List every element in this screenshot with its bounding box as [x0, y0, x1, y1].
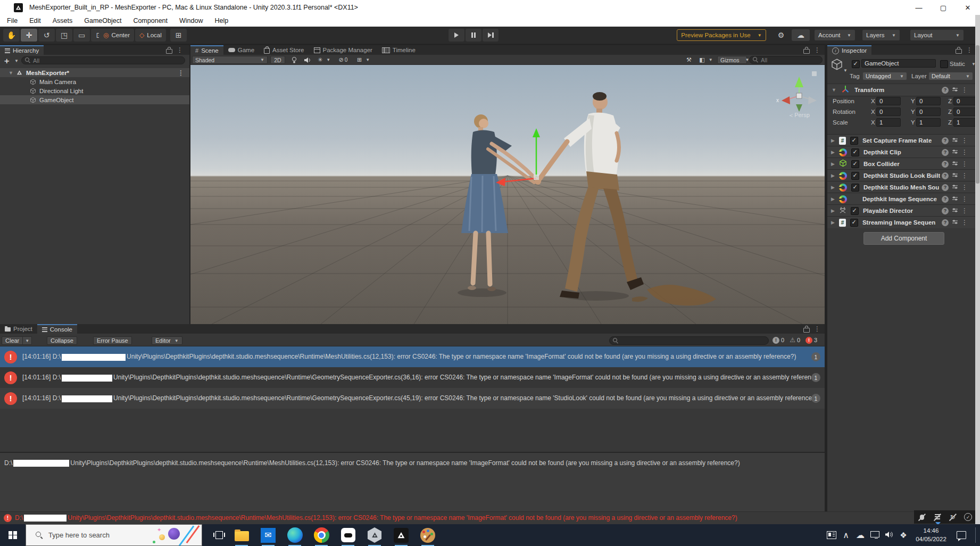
transform-scale-z-field[interactable]: 1: [953, 118, 978, 127]
enabled-checkbox[interactable]: [851, 207, 859, 215]
menu-item-component[interactable]: Component: [127, 17, 173, 24]
component-playable-director[interactable]: ▶Playable Director?⋮: [827, 204, 975, 217]
status-error-text[interactable]: D:\Unity\Plugins\DepthkitPlugins\depthki…: [15, 514, 898, 522]
scene-viewport[interactable]: x ≺ Persp: [190, 65, 825, 324]
component-streaming-image-sequen[interactable]: ▶#Streaming Image Sequen?⋮: [827, 216, 975, 228]
hierarchy-search-input[interactable]: All: [21, 56, 185, 64]
help-icon[interactable]: ?: [942, 208, 949, 214]
transform-position-z-field[interactable]: 0: [953, 97, 978, 105]
active-checkbox[interactable]: [852, 60, 860, 68]
static-checkbox[interactable]: [940, 60, 948, 68]
orientation-gizmo[interactable]: x ≺ Persp: [774, 65, 825, 123]
rect-tool-button[interactable]: ▭: [73, 29, 90, 42]
scene-grid-settings-dropdown[interactable]: ⊞▼: [354, 56, 373, 64]
tab-asset-store[interactable]: Asset Store: [259, 45, 309, 55]
hierarchy-item-directional-light[interactable]: Directional Light: [0, 86, 189, 95]
transform-scale-x-field[interactable]: 1: [876, 118, 901, 127]
menu-item-file[interactable]: File: [1, 17, 23, 24]
collapse-button[interactable]: Collapse: [47, 336, 77, 345]
edge-taskbar-button[interactable]: [286, 524, 304, 546]
status-bar[interactable]: ! D:\Unity\Plugins\DepthkitPlugins\depth…: [0, 511, 980, 524]
hierarchy-item-main-camera[interactable]: Main Camera: [0, 77, 189, 86]
minimize-button[interactable]: —: [907, 0, 931, 15]
layers-dropdown[interactable]: Layers▼: [862, 29, 900, 41]
transform-position-y-field[interactable]: 0: [916, 97, 941, 105]
console-error-row[interactable]: ![14:01:16] D:\Unity\Plugins\DepthkitPlu…: [0, 367, 825, 388]
panel-menu-icon[interactable]: ⋮: [966, 47, 973, 53]
component-menu-icon[interactable]: ⋮: [961, 208, 968, 214]
tab-timeline[interactable]: Timeline: [377, 45, 420, 55]
cloud-icon[interactable]: ☁: [792, 29, 810, 41]
component-menu-icon[interactable]: ⋮: [961, 219, 968, 226]
presets-icon[interactable]: [952, 85, 958, 95]
tool-settings-icon[interactable]: ⚒: [683, 56, 695, 64]
expander-icon[interactable]: ▶: [831, 208, 835, 213]
enabled-checkbox[interactable]: [851, 148, 859, 156]
help-icon[interactable]: ?: [942, 137, 949, 144]
add-object-button[interactable]: ＋▼: [3, 56, 19, 66]
component-box-collider[interactable]: ▶Box Collider?⋮: [827, 158, 975, 170]
presets-icon[interactable]: [952, 159, 958, 169]
action-center-button[interactable]: [952, 524, 970, 546]
help-icon[interactable]: ?: [942, 184, 949, 191]
services-activity-icon[interactable]: ⚙: [774, 29, 788, 41]
scrollbar-thumb[interactable]: [976, 45, 979, 184]
console-error-row[interactable]: ![14:01:16] D:\Unity\Plugins\DepthkitPlu…: [0, 388, 825, 409]
onedrive-tray-button[interactable]: ☁: [853, 524, 867, 546]
help-icon[interactable]: ?: [942, 196, 949, 203]
presets-icon[interactable]: [952, 183, 958, 192]
tab-scene[interactable]: #Scene: [190, 45, 223, 55]
component-depthkit-studio-look-built[interactable]: ▶Depthkit Studio Look Built?⋮: [827, 169, 975, 181]
clear-button[interactable]: Clear: [2, 336, 23, 345]
capture-app-taskbar-button[interactable]: [339, 524, 357, 546]
tab-hierarchy[interactable]: Hierarchy: [0, 45, 44, 55]
help-icon[interactable]: ?: [942, 172, 949, 179]
layer-dropdown[interactable]: Default▼: [928, 72, 973, 80]
taskbar-search-input[interactable]: Type here to search ✦: [26, 524, 202, 546]
tag-dropdown[interactable]: Untagged▼: [862, 72, 907, 80]
transform-rotation-x-field[interactable]: 0: [876, 107, 901, 116]
object-name-field[interactable]: GameObject: [861, 59, 936, 68]
component-menu-icon[interactable]: ⋮: [961, 137, 968, 144]
scene-lighting-icon[interactable]: [289, 56, 300, 64]
ok-status-icon[interactable]: ✓: [964, 513, 973, 522]
chevron-up-tray-button[interactable]: ∧: [839, 524, 853, 546]
scene-menu-icon[interactable]: ⋮: [178, 70, 184, 76]
lock-icon[interactable]: [803, 49, 810, 54]
rotate-tool-button[interactable]: ↺: [38, 29, 55, 42]
console-search-input[interactable]: [609, 336, 769, 345]
hand-tool-button[interactable]: ✋: [3, 29, 20, 42]
panel-menu-icon[interactable]: ⋮: [814, 47, 820, 53]
enabled-checkbox[interactable]: [850, 137, 858, 145]
panel-menu-icon[interactable]: ⋮: [814, 326, 820, 332]
help-icon[interactable]: ?: [942, 161, 949, 168]
lock-icon[interactable]: [166, 49, 172, 54]
scene-audio-icon[interactable]: [302, 56, 313, 64]
start-button[interactable]: [0, 524, 26, 546]
news-tray-button[interactable]: [825, 524, 838, 546]
gizmos-dropdown[interactable]: Gizmos▼: [717, 56, 747, 64]
shading-mode-dropdown[interactable]: Shaded▼: [192, 56, 268, 64]
task-view-button[interactable]: [210, 524, 228, 546]
expander-icon[interactable]: ▶: [831, 138, 835, 143]
tab-console[interactable]: Console: [37, 324, 77, 334]
pivot-local-button[interactable]: ◇Local: [135, 29, 166, 42]
transform-component-header[interactable]: ▼ Transform ?⋮: [827, 84, 975, 96]
network-tray-button[interactable]: [868, 524, 882, 546]
transform-scale-y-field[interactable]: 1: [916, 118, 941, 127]
lock-icon[interactable]: [956, 49, 962, 54]
presets-icon[interactable]: [952, 171, 958, 180]
enabled-checkbox[interactable]: [851, 172, 859, 180]
enabled-checkbox[interactable]: [851, 184, 859, 192]
component-menu-icon[interactable]: ⋮: [961, 161, 968, 167]
menu-item-edit[interactable]: Edit: [23, 17, 47, 24]
add-component-button[interactable]: Add Component: [863, 232, 944, 245]
error-count[interactable]: !3: [805, 337, 817, 344]
layout-dropdown[interactable]: Layout▼: [910, 29, 964, 41]
menu-item-assets[interactable]: Assets: [47, 17, 79, 24]
tab-package-manager[interactable]: Package Manager: [309, 45, 377, 55]
account-dropdown[interactable]: Account▼: [814, 29, 856, 41]
component-set-capture-frame-rate[interactable]: ▶#Set Capture Frame Rate?⋮: [827, 134, 975, 146]
clear-dropdown-icon[interactable]: ▼: [23, 336, 32, 345]
show-desktop-divider[interactable]: [975, 527, 976, 543]
